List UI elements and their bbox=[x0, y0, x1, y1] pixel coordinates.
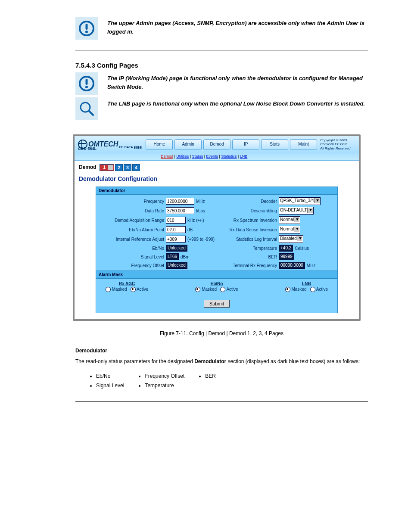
subnav-events[interactable]: Events bbox=[206, 154, 218, 159]
svg-line-7 bbox=[89, 111, 93, 115]
field-label: Decoder bbox=[217, 199, 279, 204]
nav-tab-stats[interactable]: Stats bbox=[261, 139, 288, 149]
readonly-eb-no: Unlocked bbox=[166, 245, 187, 252]
input-demod-acquisition-range[interactable] bbox=[166, 217, 186, 224]
config-row: Signal LevelLT66dBmBER99999 bbox=[100, 253, 334, 260]
select-decoder[interactable]: QPSK_Turbo_3/4 bbox=[279, 197, 321, 205]
unit: MHz bbox=[307, 263, 316, 268]
input-eb-no-alarm-point[interactable] bbox=[166, 226, 186, 233]
nav-tab-demod[interactable]: Demod bbox=[203, 139, 230, 149]
field-label: Frequency Offset bbox=[100, 263, 166, 268]
unit: MHz bbox=[196, 199, 205, 204]
subnav-lnb[interactable]: LNB bbox=[240, 154, 248, 159]
select-descrambling[interactable]: ON-DEFAULT bbox=[279, 207, 314, 215]
page-title: Demodulator Configuration bbox=[79, 175, 355, 182]
radio-masked[interactable] bbox=[195, 287, 200, 292]
radio-active[interactable] bbox=[310, 287, 315, 292]
submit-row: Submit bbox=[96, 296, 337, 313]
note-text: The upper Admin pages (Access, SNMP, Enc… bbox=[107, 17, 368, 36]
alarm-mask-row: Rx AGC Masked ActiveEb/No Masked ActiveL… bbox=[96, 279, 337, 296]
config-row: Eb/No Alarm PointdBRx Data Sense Inversi… bbox=[100, 226, 334, 233]
field-label: Rx Spectrum Inversion bbox=[217, 218, 279, 223]
separator bbox=[75, 50, 368, 50]
config-row: Frequency OffsetUnlockedTerminal Rx Freq… bbox=[100, 262, 334, 269]
exclamation-icon bbox=[75, 17, 98, 40]
demod-label: Demod bbox=[79, 164, 97, 170]
unit: kHz (+/-) bbox=[187, 218, 204, 223]
app-screenshot: OMTECHEF DATA ▮▮▮▮ HomeAdminDemodIPStats… bbox=[73, 134, 361, 321]
alarm-group-eb-no: Eb/No Masked Active bbox=[193, 281, 240, 292]
panel-header-demodulator: Demodulator bbox=[96, 187, 337, 195]
alarm-group-lnb: LNB Masked Active bbox=[283, 281, 330, 292]
svg-rect-1 bbox=[86, 24, 88, 30]
subnav: Demod | Utilities | Status | Events | St… bbox=[75, 152, 359, 161]
nav-tab-maint[interactable]: Maint bbox=[290, 139, 317, 149]
input-frequency[interactable] bbox=[166, 198, 194, 205]
readonly-temperature: +40.2 bbox=[279, 245, 293, 252]
bullet-column: Eb/NoSignal Level bbox=[88, 373, 124, 392]
note-config-pages: The IP (Working Mode) page is functional… bbox=[75, 72, 368, 122]
field-label: Signal Level bbox=[100, 255, 166, 259]
t: Admin bbox=[136, 20, 153, 26]
subnav-demod[interactable]: Demod bbox=[161, 154, 173, 159]
unit: Celsius bbox=[295, 246, 309, 251]
submit-button[interactable]: Submit bbox=[204, 300, 230, 308]
t: Admin User bbox=[327, 20, 358, 26]
nav-tab-admin[interactable]: Admin bbox=[174, 139, 202, 149]
field-label: Temperature bbox=[217, 246, 279, 251]
radio-active[interactable] bbox=[220, 287, 225, 292]
input-data-rate[interactable] bbox=[166, 207, 194, 214]
demod-selector-row: Demod 1234 bbox=[79, 164, 355, 171]
field-label: Eb/No bbox=[100, 246, 166, 251]
select-rx-data-sense-inversion[interactable]: Normal bbox=[279, 226, 300, 233]
alarm-title: Eb/No bbox=[193, 281, 240, 286]
config-row: Demod Acquisition RangekHz (+/-)Rx Spect… bbox=[100, 216, 334, 224]
bullet-columns: Eb/NoSignal LevelFrequency OffsetTempera… bbox=[88, 373, 368, 392]
t: LNB bbox=[119, 100, 131, 107]
radio-masked[interactable] bbox=[106, 287, 111, 292]
section-subheading: Demodulator bbox=[75, 348, 368, 354]
unit: dBm bbox=[181, 255, 190, 259]
nav-tab-ip[interactable]: IP bbox=[232, 139, 259, 149]
demod-tab-4[interactable]: 4 bbox=[132, 164, 140, 171]
copyright-text: Copyright © 2005Comtech EF DataAll Right… bbox=[318, 137, 355, 152]
panel-body: FrequencyMHzDecoderQPSK_Turbo_3/4Data Ra… bbox=[96, 195, 337, 269]
product-label: CDD-564L bbox=[78, 146, 97, 151]
alarm-title: Rx AGC bbox=[104, 281, 150, 286]
field-label: Internal Reference Adjust bbox=[100, 237, 166, 242]
svg-point-5 bbox=[85, 86, 88, 88]
subnav-status[interactable]: Status bbox=[192, 154, 203, 159]
config-row: Eb/NoUnlockedTemperature+40.2Celsius bbox=[100, 245, 334, 252]
nav-tab-home[interactable]: Home bbox=[146, 139, 173, 149]
readonly-terminal-rx-frequency: 00000.0000 bbox=[279, 262, 305, 269]
field-label: Statistics Log Interval bbox=[217, 237, 279, 242]
t: The upper bbox=[107, 20, 136, 26]
t: section (displayed as dark blue text box… bbox=[226, 358, 360, 364]
demod-selector: 1234 bbox=[100, 164, 140, 171]
field-label: Terminal Rx Frequency bbox=[217, 263, 279, 268]
t: Demodulator bbox=[194, 358, 226, 364]
section-heading: 7.5.4.3 Config Pages bbox=[75, 62, 368, 69]
field-label: Demod Acquisition Range bbox=[100, 218, 166, 223]
field-label: Rx Data Sense Inversion bbox=[217, 227, 279, 232]
t: The read-only status parameters for the … bbox=[75, 358, 194, 364]
bullet-column: BER bbox=[197, 373, 216, 392]
input-internal-reference-adjust[interactable] bbox=[166, 236, 186, 243]
demod-tab-1[interactable]: 1 bbox=[100, 164, 114, 171]
subnav-utilities[interactable]: Utilities bbox=[176, 154, 189, 159]
bullet-item: Signal Level bbox=[96, 383, 124, 389]
subnav-statistics[interactable]: Statistics bbox=[221, 154, 237, 159]
separator bbox=[75, 401, 368, 402]
bullet-item: Temperature bbox=[145, 383, 184, 389]
radio-active[interactable] bbox=[131, 287, 136, 292]
select-statistics-log-interval[interactable]: Disabled bbox=[279, 235, 303, 243]
alarm-title: LNB bbox=[283, 281, 330, 286]
radio-masked[interactable] bbox=[285, 287, 290, 292]
demod-tab-3[interactable]: 3 bbox=[124, 164, 131, 171]
exclamation-icon bbox=[75, 72, 98, 95]
demod-tab-2[interactable]: 2 bbox=[115, 164, 123, 171]
readonly-signal-level: LT66 bbox=[166, 253, 179, 260]
svg-rect-4 bbox=[86, 79, 88, 85]
icons-col bbox=[75, 72, 98, 122]
select-rx-spectrum-inversion[interactable]: Normal bbox=[279, 216, 300, 224]
